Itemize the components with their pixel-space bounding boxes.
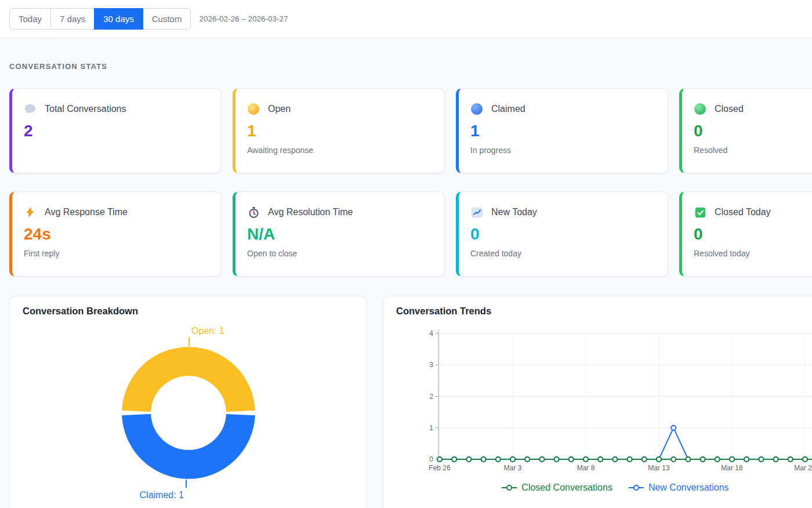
- stat-card-closed-today: Closed Today 0 Resolved today: [679, 191, 812, 277]
- stat-title: Closed: [715, 104, 744, 114]
- legend-label: Closed Conversations: [521, 482, 612, 493]
- card-head: Open: [247, 103, 433, 115]
- card-head: Avg Resolution Time: [247, 206, 433, 219]
- donut-slice-claimed: [136, 415, 241, 465]
- stat-card-claimed: Claimed 1 In progress: [456, 88, 668, 173]
- section-title: CONVERSATION STATS: [9, 62, 812, 71]
- donut-label-open: Open: 1: [191, 326, 224, 336]
- stat-subtitle: First reply: [24, 249, 209, 258]
- svg-text:Mar 18: Mar 18: [721, 464, 743, 472]
- conversation-breakdown-panel: Conversation Breakdown Open: 1Claimed: 1: [9, 296, 367, 508]
- stopwatch-icon: [247, 206, 260, 219]
- trends-line-chart: 01234Feb 26Mar 3Mar 8Mar 13Mar 18Mar 23: [396, 321, 812, 473]
- donut-slice-open: [136, 361, 241, 411]
- stat-value: N/A: [247, 226, 433, 244]
- checkbox-icon: [694, 206, 706, 219]
- series-closed-conversations: [437, 457, 812, 462]
- stat-cards-grid: Total Conversations 2 Open 1 Awaiting re…: [0, 88, 812, 277]
- range-button-custom[interactable]: Custom: [143, 8, 191, 30]
- chart-increasing-icon: [470, 206, 483, 219]
- stat-value: 1: [247, 122, 433, 140]
- svg-text:0: 0: [429, 455, 433, 463]
- legend-item-new-conversations[interactable]: New Conversations: [629, 482, 729, 493]
- card-head: Avg Response Time: [24, 206, 209, 219]
- charts-row: Conversation Breakdown Open: 1Claimed: 1…: [0, 296, 812, 508]
- stat-card-avg-resolution-time: Avg Resolution Time N/A Open to close: [233, 191, 445, 277]
- svg-text:3: 3: [429, 361, 433, 369]
- stat-title: Closed Today: [715, 207, 771, 217]
- legend-item-closed-conversations[interactable]: Closed Conversations: [502, 482, 612, 493]
- card-head: Closed: [694, 103, 812, 115]
- stat-value: 24s: [24, 226, 209, 244]
- svg-text:Feb 26: Feb 26: [429, 464, 451, 472]
- svg-text:4: 4: [429, 329, 433, 338]
- stat-value: 2: [24, 122, 209, 140]
- legend-marker-icon: [502, 484, 517, 491]
- date-range-toolbar: Today 7 days 30 days Custom 2026-02-26 –…: [0, 0, 812, 38]
- stat-title: Open: [268, 104, 291, 114]
- stat-value: 0: [470, 226, 656, 244]
- svg-text:2: 2: [429, 393, 433, 401]
- donut-label-claimed: Claimed: 1: [140, 490, 184, 500]
- stat-card-closed: Closed 0 Resolved: [679, 88, 812, 173]
- trends-legend: Closed ConversationsNew Conversations: [419, 482, 811, 493]
- speech-bubble-icon: [24, 103, 37, 115]
- date-range-segmented-control: Today 7 days 30 days Custom: [9, 8, 191, 30]
- card-head: Closed Today: [694, 206, 812, 219]
- claimed-dot-icon: [470, 103, 483, 115]
- svg-text:1: 1: [429, 424, 433, 432]
- stat-subtitle: Awaiting response: [247, 146, 433, 155]
- closed-dot-icon: [694, 103, 706, 115]
- card-head: Total Conversations: [24, 103, 209, 115]
- svg-text:Mar 23: Mar 23: [794, 464, 812, 472]
- conversation-trends-panel: Conversation Trends 01234Feb 26Mar 3Mar …: [383, 296, 812, 508]
- legend-marker-icon: [629, 484, 644, 491]
- breakdown-title: Conversation Breakdown: [23, 306, 353, 317]
- stat-value: 1: [470, 122, 656, 140]
- svg-text:Mar 8: Mar 8: [577, 464, 595, 472]
- stat-value: 0: [694, 122, 812, 140]
- date-range-label: 2026-02-26 – 2026-03-27: [199, 14, 288, 23]
- stat-card-avg-response-time: Avg Response Time 24s First reply: [9, 191, 222, 277]
- breakdown-donut-chart: Open: 1Claimed: 1: [10, 321, 367, 508]
- card-head: New Today: [470, 206, 656, 219]
- card-head: Claimed: [470, 103, 656, 115]
- stat-title: New Today: [491, 207, 537, 217]
- trends-title: Conversation Trends: [396, 306, 811, 317]
- stat-title: Claimed: [491, 104, 525, 114]
- stat-subtitle: Resolved today: [694, 249, 812, 258]
- lightning-icon: [24, 206, 37, 219]
- stat-subtitle: In progress: [470, 146, 656, 155]
- stat-title: Total Conversations: [45, 104, 126, 114]
- svg-text:Mar 3: Mar 3: [504, 464, 522, 472]
- stat-title: Avg Response Time: [45, 207, 128, 217]
- stat-title: Avg Resolution Time: [268, 207, 353, 217]
- stat-subtitle: Created today: [470, 249, 656, 258]
- legend-label: New Conversations: [648, 482, 729, 493]
- series-new-conversations: [437, 426, 812, 462]
- stat-value: 0: [694, 226, 812, 244]
- range-button-7days[interactable]: 7 days: [50, 8, 95, 30]
- range-button-30days[interactable]: 30 days: [94, 8, 143, 30]
- dashboard-page: Today 7 days 30 days Custom 2026-02-26 –…: [0, 0, 812, 508]
- svg-text:Mar 13: Mar 13: [648, 464, 670, 472]
- range-button-today[interactable]: Today: [9, 8, 51, 30]
- open-dot-icon: [247, 103, 260, 115]
- stat-card-open: Open 1 Awaiting response: [233, 88, 445, 173]
- stat-card-new-today: New Today 0 Created today: [456, 191, 668, 277]
- stat-card-total-conversations: Total Conversations 2: [9, 88, 222, 173]
- stat-subtitle: Open to close: [247, 249, 433, 258]
- stat-subtitle: Resolved: [694, 146, 812, 155]
